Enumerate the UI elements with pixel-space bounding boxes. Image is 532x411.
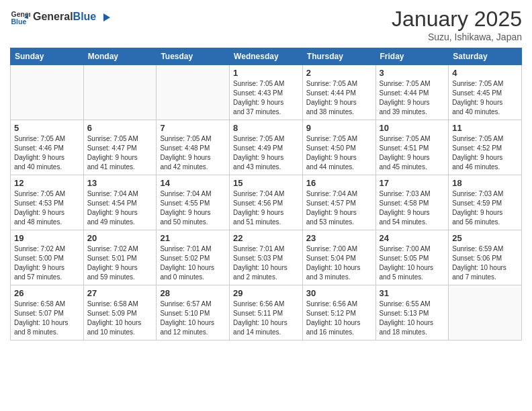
table-row: 9Sunrise: 7:05 AM Sunset: 4:50 PM Daylig… <box>302 120 375 175</box>
day-info: Sunrise: 6:56 AM Sunset: 5:12 PM Dayligh… <box>306 300 372 337</box>
table-row: 14Sunrise: 7:04 AM Sunset: 4:55 PM Dayli… <box>157 175 230 230</box>
day-number: 31 <box>380 288 445 298</box>
table-row <box>157 65 230 120</box>
table-row: 18Sunrise: 7:03 AM Sunset: 4:59 PM Dayli… <box>449 175 522 230</box>
day-number: 29 <box>233 288 299 298</box>
day-info: Sunrise: 7:05 AM Sunset: 4:44 PM Dayligh… <box>306 79 372 117</box>
table-row: 17Sunrise: 7:03 AM Sunset: 4:58 PM Dayli… <box>375 175 449 230</box>
day-info: Sunrise: 7:00 AM Sunset: 5:05 PM Dayligh… <box>380 244 445 282</box>
table-row: 25Sunrise: 6:59 AM Sunset: 5:06 PM Dayli… <box>449 230 522 285</box>
table-row: 28Sunrise: 6:57 AM Sunset: 5:10 PM Dayli… <box>157 285 230 340</box>
day-info: Sunrise: 6:55 AM Sunset: 5:13 PM Dayligh… <box>380 300 445 337</box>
table-row <box>83 65 157 120</box>
day-number: 6 <box>87 123 153 133</box>
col-friday: Friday <box>375 48 449 65</box>
day-number: 17 <box>380 178 445 188</box>
table-row: 15Sunrise: 7:04 AM Sunset: 4:56 PM Dayli… <box>230 175 303 230</box>
page-container: General Blue GeneralBlue January 2025 Su… <box>0 0 532 411</box>
logo-general-text: GeneralBlue <box>33 11 112 23</box>
table-row: 6Sunrise: 7:05 AM Sunset: 4:47 PM Daylig… <box>83 120 157 175</box>
day-number: 5 <box>14 123 80 133</box>
day-number: 23 <box>306 233 372 243</box>
svg-marker-2 <box>103 13 110 21</box>
day-number: 16 <box>306 178 372 188</box>
logo-arrow-icon <box>101 12 112 23</box>
day-number: 10 <box>380 123 445 133</box>
day-info: Sunrise: 7:03 AM Sunset: 4:59 PM Dayligh… <box>452 189 518 227</box>
table-row <box>11 65 84 120</box>
day-number: 7 <box>160 123 226 133</box>
day-info: Sunrise: 6:56 AM Sunset: 5:11 PM Dayligh… <box>233 300 299 337</box>
table-row: 16Sunrise: 7:04 AM Sunset: 4:57 PM Dayli… <box>302 175 375 230</box>
day-number: 3 <box>380 68 445 78</box>
day-info: Sunrise: 7:00 AM Sunset: 5:04 PM Dayligh… <box>306 244 372 282</box>
day-info: Sunrise: 7:04 AM Sunset: 4:54 PM Dayligh… <box>87 189 153 227</box>
logo: General Blue GeneralBlue <box>10 7 112 27</box>
table-row: 20Sunrise: 7:02 AM Sunset: 5:01 PM Dayli… <box>83 230 157 285</box>
col-monday: Monday <box>83 48 157 65</box>
table-row: 24Sunrise: 7:00 AM Sunset: 5:05 PM Dayli… <box>375 230 449 285</box>
table-row: 26Sunrise: 6:58 AM Sunset: 5:07 PM Dayli… <box>11 285 84 340</box>
day-number: 30 <box>306 288 372 298</box>
table-row: 29Sunrise: 6:56 AM Sunset: 5:11 PM Dayli… <box>230 285 303 340</box>
day-number: 9 <box>306 123 372 133</box>
day-info: Sunrise: 6:59 AM Sunset: 5:06 PM Dayligh… <box>452 244 518 282</box>
calendar-week-row: 19Sunrise: 7:02 AM Sunset: 5:00 PM Dayli… <box>11 230 522 285</box>
day-info: Sunrise: 7:01 AM Sunset: 5:03 PM Dayligh… <box>233 244 299 282</box>
day-number: 24 <box>380 233 445 243</box>
day-info: Sunrise: 6:58 AM Sunset: 5:09 PM Dayligh… <box>87 300 153 337</box>
table-row: 21Sunrise: 7:01 AM Sunset: 5:02 PM Dayli… <box>157 230 230 285</box>
day-number: 25 <box>452 233 518 243</box>
day-info: Sunrise: 7:02 AM Sunset: 5:00 PM Dayligh… <box>14 244 80 282</box>
table-row: 13Sunrise: 7:04 AM Sunset: 4:54 PM Dayli… <box>83 175 157 230</box>
month-title: January 2025 <box>392 7 522 32</box>
day-info: Sunrise: 7:03 AM Sunset: 4:58 PM Dayligh… <box>380 189 445 227</box>
table-row: 1Sunrise: 7:05 AM Sunset: 4:43 PM Daylig… <box>230 65 303 120</box>
calendar-table: Sunday Monday Tuesday Wednesday Thursday… <box>10 48 522 340</box>
day-info: Sunrise: 7:05 AM Sunset: 4:48 PM Dayligh… <box>160 134 226 172</box>
header: General Blue GeneralBlue January 2025 Su… <box>10 7 522 42</box>
table-row: 4Sunrise: 7:05 AM Sunset: 4:45 PM Daylig… <box>449 65 522 120</box>
col-sunday: Sunday <box>11 48 84 65</box>
svg-text:Blue: Blue <box>11 17 27 26</box>
day-number: 15 <box>233 178 299 188</box>
calendar-header-row: Sunday Monday Tuesday Wednesday Thursday… <box>11 48 522 65</box>
day-number: 2 <box>306 68 372 78</box>
day-number: 12 <box>14 178 80 188</box>
col-saturday: Saturday <box>449 48 522 65</box>
logo-icon: General Blue <box>10 7 30 27</box>
day-number: 27 <box>87 288 153 298</box>
day-number: 20 <box>87 233 153 243</box>
table-row: 11Sunrise: 7:05 AM Sunset: 4:52 PM Dayli… <box>449 120 522 175</box>
day-info: Sunrise: 7:04 AM Sunset: 4:55 PM Dayligh… <box>160 189 226 227</box>
col-tuesday: Tuesday <box>157 48 230 65</box>
day-number: 4 <box>452 68 518 78</box>
table-row: 2Sunrise: 7:05 AM Sunset: 4:44 PM Daylig… <box>302 65 375 120</box>
day-info: Sunrise: 7:05 AM Sunset: 4:46 PM Dayligh… <box>14 134 80 172</box>
table-row: 5Sunrise: 7:05 AM Sunset: 4:46 PM Daylig… <box>11 120 84 175</box>
day-info: Sunrise: 7:05 AM Sunset: 4:50 PM Dayligh… <box>306 134 372 172</box>
calendar-week-row: 12Sunrise: 7:05 AM Sunset: 4:53 PM Dayli… <box>11 175 522 230</box>
table-row: 23Sunrise: 7:00 AM Sunset: 5:04 PM Dayli… <box>302 230 375 285</box>
table-row: 19Sunrise: 7:02 AM Sunset: 5:00 PM Dayli… <box>11 230 84 285</box>
table-row: 7Sunrise: 7:05 AM Sunset: 4:48 PM Daylig… <box>157 120 230 175</box>
day-info: Sunrise: 7:05 AM Sunset: 4:43 PM Dayligh… <box>233 79 299 117</box>
day-number: 28 <box>160 288 226 298</box>
day-info: Sunrise: 7:05 AM Sunset: 4:51 PM Dayligh… <box>380 134 445 172</box>
table-row: 12Sunrise: 7:05 AM Sunset: 4:53 PM Dayli… <box>11 175 84 230</box>
table-row: 3Sunrise: 7:05 AM Sunset: 4:44 PM Daylig… <box>375 65 449 120</box>
day-info: Sunrise: 7:02 AM Sunset: 5:01 PM Dayligh… <box>87 244 153 282</box>
day-info: Sunrise: 7:05 AM Sunset: 4:53 PM Dayligh… <box>14 189 80 227</box>
day-info: Sunrise: 6:58 AM Sunset: 5:07 PM Dayligh… <box>14 300 80 337</box>
day-info: Sunrise: 7:05 AM Sunset: 4:45 PM Dayligh… <box>452 79 518 117</box>
day-info: Sunrise: 7:04 AM Sunset: 4:57 PM Dayligh… <box>306 189 372 227</box>
table-row: 10Sunrise: 7:05 AM Sunset: 4:51 PM Dayli… <box>375 120 449 175</box>
calendar-week-row: 5Sunrise: 7:05 AM Sunset: 4:46 PM Daylig… <box>11 120 522 175</box>
day-info: Sunrise: 7:05 AM Sunset: 4:47 PM Dayligh… <box>87 134 153 172</box>
table-row: 27Sunrise: 6:58 AM Sunset: 5:09 PM Dayli… <box>83 285 157 340</box>
col-thursday: Thursday <box>302 48 375 65</box>
day-info: Sunrise: 7:05 AM Sunset: 4:44 PM Dayligh… <box>380 79 445 117</box>
day-info: Sunrise: 6:57 AM Sunset: 5:10 PM Dayligh… <box>160 300 226 337</box>
day-number: 18 <box>452 178 518 188</box>
col-wednesday: Wednesday <box>230 48 303 65</box>
